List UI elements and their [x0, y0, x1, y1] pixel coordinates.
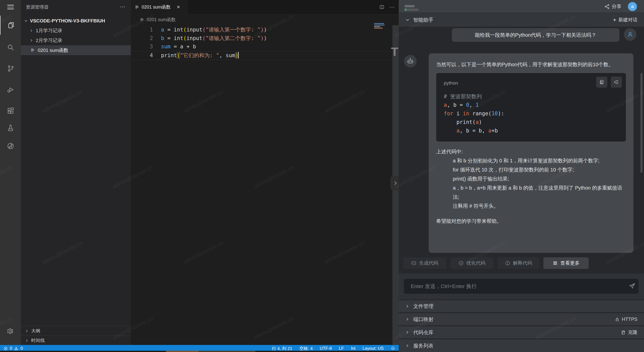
line-number: 4 — [131, 51, 153, 60]
chevron-right-icon — [405, 304, 409, 308]
chevron-right-icon — [29, 39, 33, 42]
plus-icon: + — [613, 17, 616, 23]
assistant-title-row[interactable]: 智能助手 — [405, 17, 433, 23]
run-debug-icon[interactable] — [0, 80, 21, 99]
explorer-more-icon[interactable]: ⋯ — [120, 4, 126, 10]
menu-icon[interactable] — [0, 0, 21, 14]
section-service-list[interactable]: 服务列表 — [399, 339, 644, 352]
share-icon — [604, 4, 610, 9]
outline-section[interactable]: 大纲 — [21, 326, 131, 336]
tab-0201-sum[interactable]: 0201 sum函数 ✕ — [131, 0, 188, 14]
code-language-label: python — [444, 78, 618, 89]
watermark-letter: T — [391, 45, 398, 59]
source-control-icon[interactable] — [0, 59, 21, 78]
activity-bar — [0, 0, 21, 345]
remote-run-icon[interactable] — [0, 136, 21, 156]
chat-code-lines[interactable]: # 斐波那契数列a, b = 0, 1for i in range(10): p… — [444, 92, 618, 135]
explanation-item: for 循环迭代 10 次，打印斐波那契数列的前 10 个数字; — [453, 165, 626, 174]
tree-folder-feb[interactable]: 2月学习记录 — [21, 36, 131, 45]
text-cursor — [238, 52, 239, 58]
line-number: 3 — [131, 43, 153, 51]
editor-group: 0201 sum函数 ✕ ⋯ 0201 sum函数 1a = int(input… — [131, 0, 399, 345]
minimap[interactable] — [374, 23, 386, 29]
search-icon[interactable] — [0, 38, 21, 57]
code-line-1[interactable]: 1a = int(input("请输入第一个数字: ")) — [131, 26, 392, 34]
more-grid-icon — [552, 260, 558, 266]
chat-bot-avatar — [404, 55, 417, 67]
chevron-right-icon — [405, 330, 409, 334]
file-icon — [140, 18, 144, 22]
explanation-item: 注释用 # 符号开头。 — [453, 201, 626, 210]
explorer-title: 资源管理器 — [26, 0, 49, 14]
chat-user-avatar — [624, 28, 636, 41]
view-more-button[interactable]: 查看更多 — [543, 257, 589, 269]
keyboard-layout[interactable]: Layout: US — [363, 346, 384, 351]
explorer-icon[interactable] — [0, 16, 21, 35]
code-line-3[interactable]: 3sum = a + b — [131, 43, 392, 51]
new-chat-button[interactable]: + 新建对话 — [613, 17, 637, 23]
closing-line: 希望能对您的学习带来帮助。 — [436, 217, 626, 226]
bell-icon[interactable] — [391, 346, 395, 351]
assistant-panel: 分享 a 智能助手 + 新建对话 能给我一段简单的Python代码，学习一下相关… — [399, 0, 644, 352]
exclaim-circle-icon — [505, 260, 510, 266]
chevron-down-icon — [405, 18, 410, 22]
timeline-section[interactable]: 时间线 — [21, 336, 131, 345]
tree-file-0201[interactable]: 0201 sum函数 — [21, 45, 131, 55]
warning-icon — [14, 346, 18, 351]
close-icon[interactable]: ✕ — [177, 5, 180, 10]
insert-code-button[interactable] — [611, 77, 622, 88]
screen-edge-segment — [199, 351, 255, 352]
send-icon[interactable] — [629, 283, 635, 289]
chat-scrollbar[interactable] — [640, 73, 642, 173]
explain-code-button[interactable]: 解释代码 — [498, 257, 539, 269]
user-message: 能给我一段简单的Python代码，学习一下相关语法吗？ — [452, 28, 619, 42]
gear-icon[interactable] — [0, 322, 21, 341]
tree-folder-jan[interactable]: 1月学习记录 — [21, 26, 131, 36]
chevron-right-icon — [25, 329, 29, 333]
split-editor-icon[interactable] — [379, 4, 385, 10]
drag-handle-icon[interactable] — [405, 5, 419, 11]
lock-icon — [615, 317, 620, 322]
breadcrumb[interactable]: 0201 sum函数 — [140, 14, 176, 25]
assistant-message-card: 当然可以，以下是一个简单的Python代码，用于求解斐波那契数列的前10个数。 … — [429, 53, 633, 253]
editor-more-icon[interactable]: ⋯ — [389, 4, 395, 10]
assistant-header: 智能助手 + 新建对话 — [399, 13, 644, 27]
generate-code-button[interactable]: 生成代码 — [403, 257, 446, 269]
panel-top-bar: 分享 a — [399, 0, 644, 13]
code-line-4[interactable]: 4print("它们的和为: ", sum) — [131, 51, 392, 60]
https-badge[interactable]: HTTPS — [615, 316, 637, 322]
code-line-2[interactable]: 2b = int(input("请输入第二个数字: ")) — [131, 34, 392, 43]
section-code-repo[interactable]: 代码仓库 克隆 — [399, 326, 644, 338]
section-port-mapping[interactable]: 端口映射 HTTPS — [399, 313, 644, 325]
chat-input[interactable] — [404, 278, 639, 294]
copy-code-button[interactable] — [596, 77, 607, 88]
section-file-management[interactable]: 文件管理 — [399, 300, 644, 312]
screen-edge-segment — [166, 351, 199, 352]
user-avatar-badge[interactable]: a — [628, 2, 637, 11]
file-icon — [30, 48, 35, 52]
tree-root[interactable]: VSCODE-PYTHON-V3-BKFFBIUH — [21, 16, 131, 26]
explanation-item: a 和 b 分别初始化为 0 和 1，用来计算斐波那契数列的前两个数字; — [453, 156, 626, 165]
chat-input-area — [399, 273, 644, 299]
line-number: 1 — [131, 26, 153, 34]
chat-code-line: # 斐波那契数列 — [444, 92, 618, 101]
code-area[interactable]: 1a = int(input("请输入第一个数字: "))2b = int(in… — [131, 26, 392, 60]
test-beaker-icon[interactable] — [0, 118, 21, 137]
chevron-right-icon — [29, 29, 33, 32]
clone-badge[interactable]: 克隆 — [621, 329, 637, 336]
problems-indicator[interactable]: 0 0 — [4, 346, 23, 351]
line-number: 2 — [131, 34, 153, 43]
encoding[interactable]: UTF-8 — [320, 346, 332, 351]
chevron-right-icon — [405, 344, 409, 348]
eol[interactable]: LF — [339, 346, 344, 351]
explanation-item: print() 函数用于输出结果; — [453, 174, 626, 183]
optimize-code-button[interactable]: 优化代码 — [450, 257, 494, 269]
extensions-icon[interactable] — [0, 101, 21, 120]
chat-area: 能给我一段简单的Python代码，学习一下相关语法吗？ 当然可以，以下是一个简单… — [399, 27, 644, 273]
language-mode[interactable]: Ini — [351, 346, 355, 351]
share-button[interactable]: 分享 — [604, 0, 621, 13]
insert-icon — [614, 79, 619, 85]
quick-actions: 生成代码 优化代码 解释代码 查看更多 — [399, 257, 644, 269]
person-icon — [627, 31, 634, 38]
explanation-list: a 和 b 分别初始化为 0 和 1，用来计算斐波那契数列的前两个数字;for … — [453, 156, 626, 210]
